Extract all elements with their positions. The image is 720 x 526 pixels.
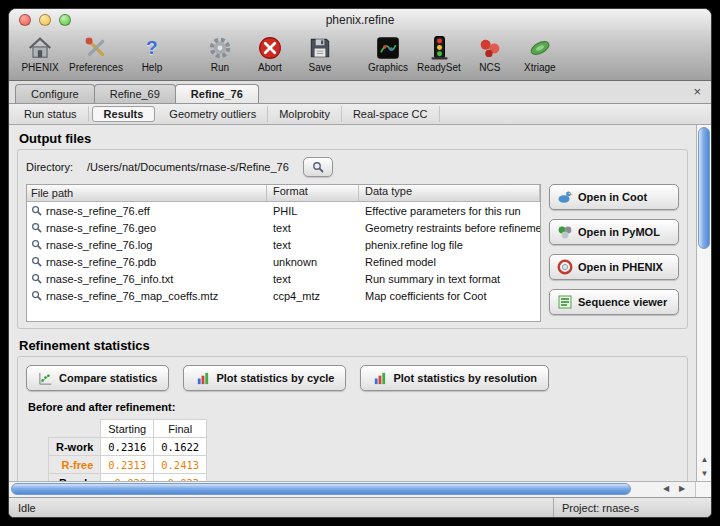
column-header-format[interactable]: Format xyxy=(267,185,359,201)
tab-molprobity[interactable]: Molprobity xyxy=(268,106,342,122)
toolbar-ncs-button[interactable]: NCS xyxy=(469,33,511,73)
table-row[interactable]: rnase-s_refine_76.geo text Geometry rest… xyxy=(27,219,540,236)
tab-refine-69[interactable]: Refine_69 xyxy=(94,84,176,103)
toolbar-label: Graphics xyxy=(368,62,408,73)
button-label: Compare statistics xyxy=(59,372,157,384)
stats-row-label: R-work xyxy=(49,438,101,456)
minimize-window-button[interactable] xyxy=(39,14,51,26)
file-format: text xyxy=(267,273,359,285)
toolbar-run-button[interactable]: Run xyxy=(199,33,241,73)
refinement-statistics-box: Compare statistics Plot statistics by cy… xyxy=(17,356,688,481)
file-format: text xyxy=(267,222,359,234)
file-name: rnase-s_refine_76.log xyxy=(46,239,152,251)
scroll-right-button[interactable]: ▶ xyxy=(675,484,689,493)
gear-icon xyxy=(207,33,233,62)
button-label: Open in PyMOL xyxy=(578,226,660,238)
file-format: ccp4_mtz xyxy=(267,290,359,302)
home-icon xyxy=(27,33,53,62)
button-label: Plot statistics by cycle xyxy=(216,372,334,384)
directory-row: Directory: /Users/nat/Documents/rnase-s/… xyxy=(26,157,679,177)
tab-geometry-outliers[interactable]: Geometry outliers xyxy=(158,106,268,122)
stats-row-r-free: R-free 0.2313 0.2413 xyxy=(49,456,207,474)
status-text: Idle xyxy=(9,502,553,514)
toolbar-label: Save xyxy=(309,62,332,73)
plot-statistics-by-resolution-button[interactable]: Plot statistics by resolution xyxy=(360,365,549,391)
window-title: phenix.refine xyxy=(9,13,711,27)
toolbar-xtriage-button[interactable]: Xtriage xyxy=(519,33,561,73)
output-files-table: File path Format Data type rnase-s_refin… xyxy=(26,184,541,322)
scroll-left-button[interactable]: ◀ xyxy=(659,484,673,493)
magnifier-icon xyxy=(31,222,42,233)
file-format: unknown xyxy=(267,256,359,268)
table-row[interactable]: rnase-s_refine_76.eff PHIL Effective par… xyxy=(27,202,540,219)
graphics-icon xyxy=(375,33,401,62)
file-data-type: Run summary in text format xyxy=(359,273,540,285)
ncs-icon xyxy=(477,33,503,62)
xtriage-icon xyxy=(527,33,553,62)
open-in-pymol-button[interactable]: Open in PyMOL xyxy=(549,219,679,245)
toolbar-readyset-button[interactable]: ReadySet xyxy=(417,33,461,73)
vertical-scrollbar-thumb[interactable] xyxy=(698,127,710,249)
phenix-viewer-icon xyxy=(557,259,573,275)
magnifier-icon xyxy=(31,205,42,216)
project-label: Project: rnase-s xyxy=(553,498,711,517)
toolbar-help-button[interactable]: ? Help xyxy=(131,33,173,73)
tab-real-space-cc[interactable]: Real-space CC xyxy=(342,106,440,122)
toolbar-save-button[interactable]: Save xyxy=(299,33,341,73)
file-data-type: phenix.refine log file xyxy=(359,239,540,251)
help-icon: ? xyxy=(146,33,158,62)
output-files-heading: Output files xyxy=(19,131,688,146)
traffic-light-icon xyxy=(426,33,452,62)
horizontal-scrollbar[interactable]: ◀ ▶ xyxy=(9,481,711,497)
button-label: Sequence viewer xyxy=(578,296,667,308)
toolbar-graphics-button[interactable]: Graphics xyxy=(367,33,409,73)
tab-run-status[interactable]: Run status xyxy=(13,106,89,122)
scroll-down-button[interactable]: ▼ xyxy=(697,467,712,480)
file-format: text xyxy=(267,239,359,251)
results-panel: Output files Directory: /Users/nat/Docum… xyxy=(9,125,696,481)
title-bar[interactable]: phenix.refine xyxy=(9,9,711,31)
magnifier-icon xyxy=(312,161,324,173)
open-in-coot-button[interactable]: Open in Coot xyxy=(549,184,679,210)
stats-col-header-final: Final xyxy=(154,420,207,438)
browse-directory-button[interactable] xyxy=(303,157,333,177)
column-header-file-path[interactable]: File path xyxy=(27,185,267,201)
tab-configure[interactable]: Configure xyxy=(15,84,95,103)
scroll-up-button[interactable]: ▲ xyxy=(697,453,712,466)
bar-chart-icon xyxy=(372,371,387,386)
toolbar-abort-button[interactable]: Abort xyxy=(249,33,291,73)
toolbar-phenix-button[interactable]: PHENIX xyxy=(19,33,61,73)
run-tab-bar: Configure Refine_69 Refine_76 × xyxy=(9,81,711,104)
horizontal-scrollbar-thumb[interactable] xyxy=(11,483,631,495)
vertical-scrollbar[interactable]: ▲ ▼ xyxy=(696,125,711,481)
table-row[interactable]: rnase-s_refine_76_info.txt text Run summ… xyxy=(27,270,540,287)
sequence-viewer-button[interactable]: Sequence viewer xyxy=(549,289,679,315)
stats-header-row: Starting Final xyxy=(49,420,207,438)
toolbar-preferences-button[interactable]: Preferences xyxy=(69,33,123,73)
file-data-type: Effective parameters for this run xyxy=(359,205,540,217)
table-row[interactable]: rnase-s_refine_76.log text phenix.refine… xyxy=(27,236,540,253)
zoom-window-button[interactable] xyxy=(59,14,71,26)
refinement-statistics-section: Refinement statistics Compare statistics… xyxy=(17,338,688,481)
plot-statistics-by-cycle-button[interactable]: Plot statistics by cycle xyxy=(183,365,346,391)
compare-statistics-button[interactable]: Compare statistics xyxy=(26,365,169,391)
phenix-refine-window: phenix.refine PHENIX Preferences ? Help … xyxy=(8,8,712,518)
tab-results[interactable]: Results xyxy=(92,106,156,122)
open-in-phenix-button[interactable]: Open in PHENIX xyxy=(549,254,679,280)
close-window-button[interactable] xyxy=(19,14,31,26)
coot-icon xyxy=(557,189,573,205)
toolbar-label: Xtriage xyxy=(524,62,556,73)
stats-starting-value: 0.2313 xyxy=(101,456,154,474)
abort-icon xyxy=(257,33,283,62)
table-row[interactable]: rnase-s_refine_76.pdb unknown Refined mo… xyxy=(27,253,540,270)
table-row[interactable]: rnase-s_refine_76_map_coeffs.mtz ccp4_mt… xyxy=(27,287,540,304)
column-header-data-type[interactable]: Data type xyxy=(359,185,540,201)
toolbar-label: NCS xyxy=(479,62,500,73)
tab-refine-76[interactable]: Refine_76 xyxy=(175,84,259,103)
magnifier-icon xyxy=(31,290,42,301)
refinement-statistics-heading: Refinement statistics xyxy=(19,338,688,353)
file-name: rnase-s_refine_76_map_coeffs.mtz xyxy=(46,290,218,302)
stats-row-label: R-free xyxy=(49,456,101,474)
sequence-icon xyxy=(557,294,573,310)
close-tab-button[interactable]: × xyxy=(693,85,701,98)
